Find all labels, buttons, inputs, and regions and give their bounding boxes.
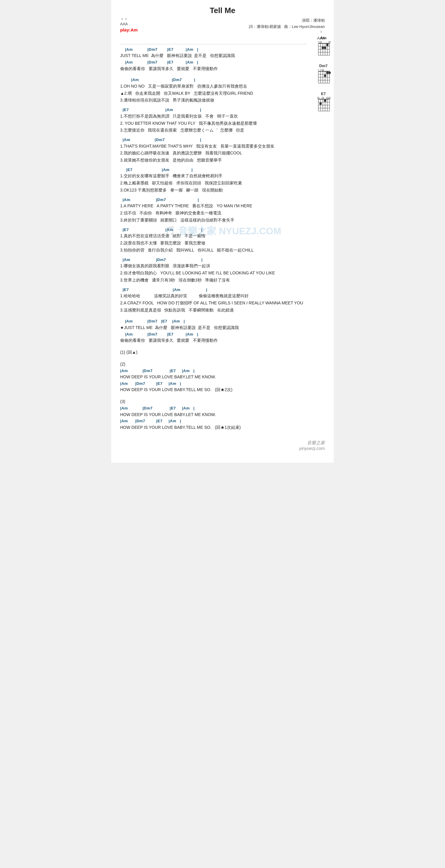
- lyric-line: 1.哈哈哈哈 這種笑話真的好笑 偷偷這種夜晚就是這麼叫好: [120, 292, 307, 300]
- lyric-line: 1.不想打扮不是因為無所謂 只是我看到女孩 不會 哨子一直吹: [120, 113, 307, 120]
- lyric-line: 偷偷的看看你 要讓我等多久 愛就愛 不要用慢動作: [120, 65, 307, 72]
- chord-line: |Am |Dm7 |E7 |Am |: [120, 405, 307, 411]
- chord-line: |Am |Dm7 |E7 |Am |: [120, 418, 307, 424]
- lyric-line: HOW DEEP IS YOUR LOVE BABY.LET ME KNOW.: [120, 374, 307, 381]
- lyric-line: JUST TELL ME 為什麼 眼神有話要說 是不是 你想要認識我: [120, 52, 307, 59]
- lyric-line: 2.我的臉紅心跳呼吸在加速 真的應該怎麼辦 我看我只能擺COOL: [120, 150, 307, 157]
- chord-line: |E7 |Am |: [120, 167, 307, 173]
- capo-top: 3 3 AAA: [120, 18, 128, 26]
- footer-text: 音樂之家yinyuezj.com: [299, 440, 325, 451]
- svg-point-47: [322, 97, 324, 99]
- lyric-line: 2.你才會明白我的心 YOU'LL BE LOOKING AT ME I'LL …: [120, 270, 307, 277]
- lyric-line: 3.OK123 千萬別想那麼多 拳一握 腳一踏 現在開始動: [120, 187, 307, 194]
- lyric-line: 1.哪個女孩真的跟我看對眼 浪漫故事我們一起演: [120, 262, 307, 270]
- chord-diagram-am: Am x: [316, 36, 331, 58]
- chord-line: |Am |Dm7 |E7 |Am |: [120, 381, 307, 386]
- chord-line: |Am |Dm7 |: [120, 257, 307, 263]
- page: Tell Me 3 3 AAA play:Am 演唱：潘瑋柏 詞：潘瑋柏/易家揚…: [111, 0, 334, 463]
- svg-point-45: [317, 97, 319, 99]
- lyric-line: 2. YOU BETTER KNOW THAT YOU FLY 我不像其他男孩永…: [120, 120, 307, 127]
- section-3-label: (3): [120, 398, 307, 405]
- lyric-line: 1.A PARTY HERE A PARTY THERE 賽在不想說 YO MA…: [120, 203, 307, 210]
- composer: 曲：Lee Hyun/Jinusean: [284, 24, 325, 29]
- lyric-line: ★JUST TELL ME 為什麼 眼神有話要說 是不是 你想要認識我: [120, 324, 307, 332]
- svg-point-13: [321, 46, 324, 49]
- meta-left: 3 3 AAA play:Am: [120, 18, 138, 32]
- song-title: Tell Me: [120, 6, 325, 15]
- svg-text:x: x: [318, 41, 319, 43]
- svg-point-46: [319, 102, 322, 105]
- section-verse1d: |E7 |Am | 1.交好的女友哪有這麼順手 機會來了自然就會輕易到手 2.晚…: [120, 167, 307, 194]
- lyric-line: HOW DEEP IS YOUR LOVE BABY.TELL ME SO. (…: [120, 386, 307, 394]
- lyric-line: 1.交好的女友哪有這麼順手 機會來了自然就會輕易到手: [120, 173, 307, 180]
- section-verse1b: |E7 |Am | 1.不想打扮不是因為無所謂 只是我看到女孩 不會 哨子一直吹…: [120, 107, 307, 134]
- meta-right: 演唱：潘瑋柏 詞：潘瑋柏/易家揚 曲：Lee Hyun/Jinusean 3 A…: [249, 18, 325, 41]
- lyricist-composer: 詞：潘瑋柏/易家揚 曲：Lee Hyun/Jinusean: [249, 24, 325, 30]
- svg-point-30: [322, 69, 324, 71]
- lyric-line: 3.怎麼接近你 我現在還在摸索 怎麼辦怎麼く一ム゛ 怎麼挪 但是: [120, 127, 307, 134]
- section-verse1h: |E7 |Am | 1.哈哈哈哈 這種笑話真的好笑 偷偷這種夜晚就是這麼叫好 2…: [120, 287, 307, 314]
- svg-point-48: [324, 99, 326, 102]
- lyric-line: 3.終於到了重要關頭 就要開口 這樣這樣的自信絕對不會失手: [120, 217, 307, 224]
- chord-diagram-dm7: Dm7 x x: [316, 64, 331, 86]
- footer-logo: 音樂之家yinyuezj.com: [120, 440, 325, 451]
- svg-text:x: x: [318, 69, 319, 71]
- section-2-label: (2): [120, 361, 307, 368]
- svg-text:x: x: [320, 69, 321, 71]
- section-verse1g: |Am |Dm7 | 1.哪個女孩真的跟我看對眼 浪漫故事我們一起演 2.你才會…: [120, 257, 307, 284]
- lyric-line: 1.真的不想在這裡活活受虐 絕對 不是一廂惰: [120, 232, 307, 240]
- svg-point-32: [326, 71, 329, 74]
- lyric-line: 2.說賣在我也不太懂 要我怎麼說 要我怎麼做: [120, 240, 307, 247]
- lyric-line: 3.這感覺到底是真是假 快點告訴我 不要瞬間衝動 在此錯過: [120, 307, 307, 314]
- lyric-line: 偷偷的看看你 要讓我等多久 愛就愛 不要用慢動作: [120, 337, 307, 344]
- lyric-line: 3.世界上的機會 通常只有3秒 現在倒數3秒 準備好了沒有: [120, 277, 307, 284]
- capo-top-label: AAA: [120, 22, 128, 26]
- chord-line: |Am |Dm7 |E7 |Am |: [120, 59, 307, 65]
- lyric-line: 1.OH NO NO 又是一個寂寞的單身派對 彷彿沒人參加只有我會想去: [120, 83, 307, 90]
- e7-grid: [316, 97, 331, 114]
- lyric-line: HOW DEEP IS YOUR LOVE BABY.TELL ME SO. (…: [120, 424, 307, 431]
- lyric-line: 2.A CRAZY FOOL HOW DO 打個招呼 OF ALL THE GI…: [120, 300, 307, 307]
- section-intro: |Am |Dm7 |E7 |Am | JUST TELL ME 為什麼 眼神有話…: [120, 46, 307, 72]
- chord-line: |Am |Dm7 |E7 |Am |: [120, 46, 307, 53]
- chord-diagram-e7: E7: [316, 91, 331, 114]
- chord-line: |E7 |Am |: [120, 107, 307, 113]
- note-1-label: (1) (回▲): [120, 349, 307, 356]
- svg-point-50: [329, 97, 331, 99]
- am-grid: x: [316, 41, 331, 58]
- svg-point-15: [326, 44, 329, 46]
- play-key: play:Am: [120, 27, 138, 32]
- chord-line: |Am |Dm7 |: [120, 77, 307, 83]
- chord-line: |Am |Dm7 |E7 |Am |: [120, 332, 307, 337]
- chord-line: |Am |Dm7 |E7 |Am |: [120, 368, 307, 374]
- singer: 演唱：潘瑋柏: [249, 18, 325, 24]
- lyric-line: 1.THAT'S RIGHT,MAYBE THAT'S WHY 我沒有女友 長輩…: [120, 143, 307, 150]
- chord-line: |E7 |Am |: [120, 227, 307, 233]
- section-verse1e: |Am |Dm7 | 1.A PARTY HERE A PARTY THERE …: [120, 197, 307, 224]
- lyric-line: 2.信不信 不由你 有夠神奇 眼神的交會產生一種電流: [120, 210, 307, 217]
- svg-point-14: [324, 46, 326, 49]
- svg-point-31: [324, 74, 326, 77]
- lyric-line: HOW DEEP IS YOUR LOVE BABY.LET ME KNOW.: [120, 411, 307, 418]
- lyric-line: ▲2.喂 你走來我走開 你又WALK BY 怎麼這麼沒有天理GIRL FRIEN…: [120, 90, 307, 97]
- section-2: (2) |Am |Dm7 |E7 |Am | HOW DEEP IS YOUR …: [120, 361, 307, 394]
- section-verse1c: |Am |Dm7 | 1.THAT'S RIGHT,MAYBE THAT'S W…: [120, 137, 307, 164]
- chord-line: |Am |Dm7 |: [120, 197, 307, 203]
- svg-point-16: [329, 41, 331, 43]
- section-3: (3) |Am |Dm7 |E7 |Am | HOW DEEP IS YOUR …: [120, 398, 307, 431]
- section-chorus: |Am |Dm7 |E7 |Am | ★JUST TELL ME 為什麼 眼神有…: [120, 318, 307, 344]
- chord-line: |E7 |Am |: [120, 287, 307, 293]
- section-verse1f: |E7 |Am | 1.真的不想在這裡活活受虐 絕對 不是一廂惰 2.說賣在我也…: [120, 227, 307, 254]
- section-verse1a: |Am |Dm7 | 1.OH NO NO 又是一個寂寞的單身派對 彷彿沒人參加…: [120, 77, 307, 104]
- lyric-line: 3.拍拍你的背 進行自我介紹 我叫WILL 你叫JILL 能不能在一起CHILL: [120, 247, 307, 254]
- chord-line: |Am |Dm7 |E7 |Am |: [120, 318, 307, 324]
- content-area: |Am |Dm7 |E7 |Am | JUST TELL ME 為什麼 眼神有話…: [120, 44, 307, 431]
- lyricist: 詞：潘瑋柏/易家揚: [249, 24, 281, 29]
- chord-diagrams: Am x: [316, 36, 331, 114]
- dm7-grid: x x: [316, 69, 331, 86]
- chord-line: |Am |Dm7 |: [120, 137, 307, 143]
- svg-point-33: [329, 71, 331, 74]
- svg-point-12: [320, 41, 321, 43]
- meta-row: 3 3 AAA play:Am 演唱：潘瑋柏 詞：潘瑋柏/易家揚 曲：Lee H…: [120, 18, 325, 41]
- svg-point-49: [326, 97, 328, 99]
